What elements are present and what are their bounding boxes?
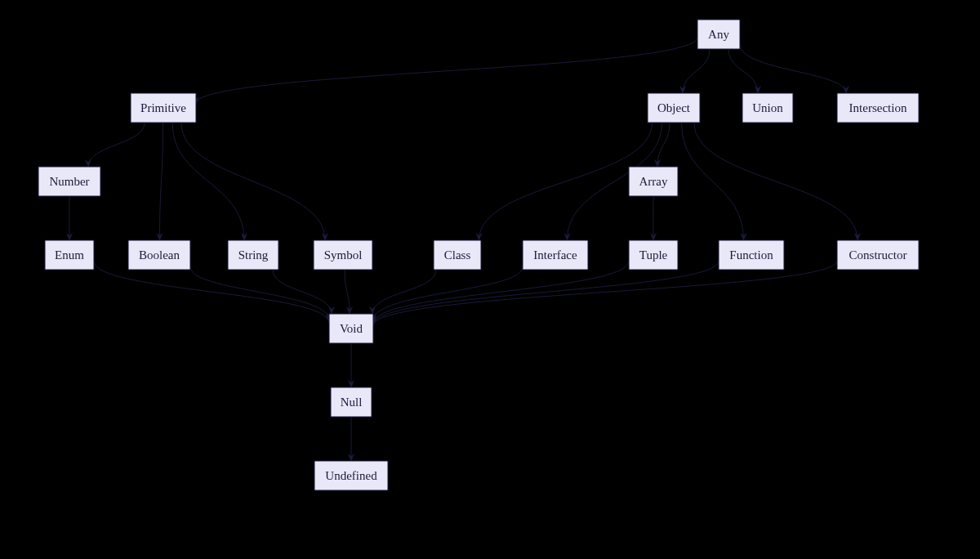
edge-primitive-symbol bbox=[181, 123, 325, 240]
node-label-any: Any bbox=[708, 28, 729, 41]
node-label-constructor: Constructor bbox=[849, 248, 907, 262]
node-label-tuple: Tuple bbox=[639, 248, 668, 262]
node-symbol: Symbol bbox=[314, 240, 372, 270]
edge-primitive-string bbox=[172, 123, 244, 240]
type-hierarchy-diagram: AnyPrimitiveObjectUnionIntersectionNumbe… bbox=[0, 0, 980, 559]
node-label-function: Function bbox=[729, 248, 773, 262]
node-label-intersection: Intersection bbox=[849, 101, 907, 114]
edge-object-constructor bbox=[694, 123, 858, 240]
edge-function-void bbox=[373, 261, 719, 324]
node-any: Any bbox=[697, 20, 740, 49]
node-label-union: Union bbox=[752, 101, 783, 114]
node-constructor: Constructor bbox=[837, 240, 919, 270]
node-null: Null bbox=[331, 387, 372, 417]
node-primitive: Primitive bbox=[131, 93, 196, 123]
node-label-object: Object bbox=[657, 101, 691, 114]
node-label-array: Array bbox=[639, 175, 668, 188]
edge-symbol-void bbox=[345, 270, 350, 314]
node-tuple: Tuple bbox=[629, 240, 678, 270]
node-label-void: Void bbox=[340, 322, 363, 335]
node-label-boolean: Boolean bbox=[139, 248, 180, 262]
node-number: Number bbox=[38, 167, 100, 196]
edge-primitive-number bbox=[88, 123, 145, 167]
edge-interface-void bbox=[373, 266, 523, 320]
node-interface: Interface bbox=[523, 240, 588, 270]
edge-class-void bbox=[372, 270, 436, 314]
node-boolean: Boolean bbox=[128, 240, 190, 270]
node-void: Void bbox=[329, 314, 373, 343]
node-class: Class bbox=[434, 240, 481, 270]
node-union: Union bbox=[742, 93, 793, 123]
edge-primitive-boolean bbox=[160, 123, 163, 240]
node-label-enum: Enum bbox=[55, 248, 84, 262]
node-array: Array bbox=[629, 167, 678, 196]
node-label-primitive: Primitive bbox=[140, 101, 186, 114]
edge-string-void bbox=[273, 270, 332, 314]
node-label-interface: Interface bbox=[533, 248, 577, 262]
edge-tuple-void bbox=[373, 261, 629, 323]
node-string: String bbox=[228, 240, 278, 270]
edge-any-intersection bbox=[740, 44, 846, 93]
edge-object-array bbox=[657, 123, 670, 167]
edge-any-union bbox=[728, 49, 758, 93]
node-intersection: Intersection bbox=[837, 93, 919, 123]
nodes-layer: AnyPrimitiveObjectUnionIntersectionNumbe… bbox=[38, 20, 919, 490]
edge-any-primitive bbox=[196, 37, 697, 103]
node-enum: Enum bbox=[45, 240, 94, 270]
node-label-number: Number bbox=[49, 175, 89, 188]
edge-boolean-void bbox=[190, 267, 329, 320]
node-label-null: Null bbox=[341, 396, 363, 409]
node-object: Object bbox=[648, 93, 700, 123]
edge-any-object bbox=[683, 49, 710, 93]
node-label-string: String bbox=[238, 248, 269, 262]
node-label-undefined: Undefined bbox=[325, 469, 377, 482]
node-label-symbol: Symbol bbox=[324, 248, 363, 262]
edge-object-function bbox=[682, 123, 744, 240]
node-label-class: Class bbox=[444, 248, 471, 262]
edge-object-class bbox=[479, 123, 653, 240]
node-undefined: Undefined bbox=[314, 461, 388, 490]
node-function: Function bbox=[719, 240, 784, 270]
edge-enum-void bbox=[94, 262, 329, 323]
